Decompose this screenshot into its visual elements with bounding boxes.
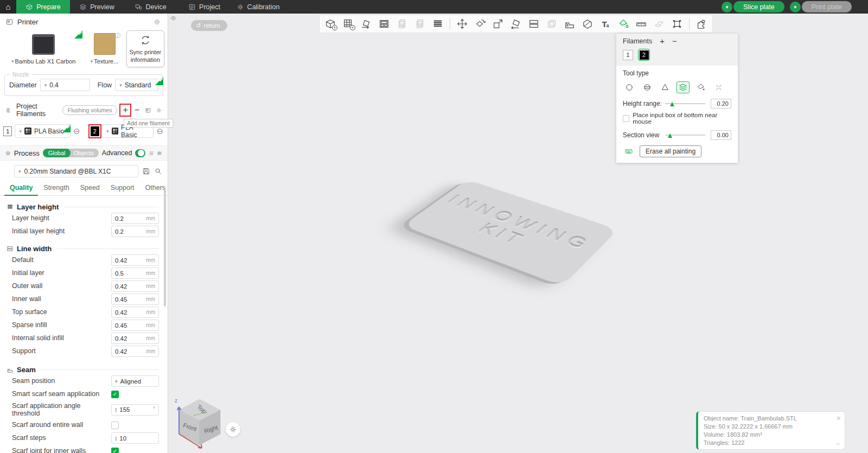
outer-wall-line-width-input[interactable]: 0.42mm [111,280,159,292]
section-view-value[interactable]: 0.00 [711,130,731,140]
initial-layer-height-input[interactable]: 0.2mm [111,226,159,237]
gap-fill-tool-button[interactable] [712,81,725,93]
initial-layer-line-width-input[interactable]: 0.5mm [111,267,159,279]
top-surface-line-width-input[interactable]: 0.42mm [111,307,159,318]
internal-solid-infill-line-width-input[interactable]: 0.42mm [111,333,159,344]
add-filament-button[interactable]: + [122,106,129,114]
scarf-around-wall-checkbox[interactable] [111,422,119,429]
compare-presets-icon[interactable] [157,149,162,157]
spinner-arrows-icon[interactable]: ▴▾ [115,436,117,441]
default-line-width-input[interactable]: 0.42mm [111,254,159,266]
filament-1-select[interactable]: ▾ PLA Basic [15,124,71,138]
section-view-slider[interactable] [665,135,705,136]
slider-thumb[interactable] [668,133,672,138]
color-painting-button[interactable] [615,16,632,32]
objects-segment[interactable]: Objects [66,149,98,157]
build-plate-card[interactable]: ⓘ ▾Texture... [86,30,123,67]
rotate-button[interactable] [471,16,489,32]
tab-prepare[interactable]: Prepare [16,0,70,14]
tab-strength[interactable]: Strength [38,182,74,195]
plugin-button[interactable] [693,16,710,32]
nozzle-diameter-select[interactable]: ▾0.4 [40,79,90,91]
spinner-arrows-icon[interactable]: ▴▾ [115,407,117,412]
height-range-value[interactable]: 0.20 [711,99,731,109]
visibility-eye-icon[interactable] [170,15,177,22]
print-plate-button[interactable]: Print plate [802,1,852,12]
filament-1-swatch[interactable]: 1 [623,50,633,60]
keyboard-shortcuts-icon[interactable] [623,147,635,156]
filament-settings-gear-icon[interactable] [156,106,162,114]
global-objects-switch[interactable]: Global Objects [43,149,99,157]
scarf-angle-threshold-input[interactable]: ▴▾155° [111,404,159,416]
filament-1-edit-button[interactable]: ⊖ [73,127,80,135]
object-list-button[interactable] [429,16,446,32]
tab-support[interactable]: Support [105,182,140,195]
search-icon[interactable] [154,167,162,175]
inner-wall-line-width-input[interactable]: 0.45mm [111,294,159,305]
slider-thumb[interactable] [670,102,674,106]
panel-remove-filament-button[interactable]: − [672,37,677,45]
erase-all-painting-button[interactable]: Erase all painting [640,145,701,157]
slice-options-dropdown[interactable]: ▾ [722,2,732,12]
close-icon[interactable]: × [837,413,841,424]
sparse-infill-line-width-input[interactable]: 0.45mm [111,320,159,331]
model-plate[interactable]: INNOWING KIT [403,180,618,286]
navigation-cube[interactable]: Top Front Right z [171,394,228,452]
measure-button[interactable] [633,16,650,32]
split-to-objects-button[interactable] [525,16,542,32]
home-button[interactable]: ⌂ [0,0,16,14]
move-button[interactable] [454,16,471,32]
sync-filament-list-icon[interactable] [145,106,151,114]
printer-settings-gear-icon[interactable] [153,18,161,26]
print-options-dropdown[interactable]: ▾ [790,2,801,12]
collapse-icon[interactable]: − [836,439,840,448]
place-input-box-checkbox[interactable] [623,115,629,122]
slice-plate-button[interactable]: Slice plate [733,1,784,12]
remove-filament-button[interactable]: − [133,106,141,114]
add-plate-button[interactable]: + [340,16,357,32]
text-button[interactable]: Ta [597,16,614,32]
selection-frame-button[interactable] [668,16,686,32]
viewport-settings-button[interactable] [226,422,240,437]
tab-calibration[interactable]: Calibration [231,0,285,14]
sync-printer-card[interactable]: Sync printer information [126,30,164,67]
flow-select[interactable]: ▾Standard [115,79,158,91]
fill-tool-button[interactable] [694,81,707,93]
seam-position-select[interactable]: ▾Aligned [111,375,159,387]
filament-2-swatch-selected[interactable]: 2 [638,49,650,61]
triangle-tool-button[interactable] [659,81,672,93]
filament-2-number[interactable]: 2 [91,126,99,136]
height-range-tool-button[interactable] [676,81,690,93]
advanced-toggle[interactable] [135,149,145,157]
tab-project[interactable]: Project [177,0,231,14]
scarf-joint-inner-walls-checkbox[interactable]: ✓ [111,448,119,453]
arrange-button[interactable] [375,16,393,32]
tab-speed[interactable]: Speed [75,182,105,195]
sphere-tool-button[interactable] [641,81,654,93]
printer-card[interactable]: ▾Bambu Lab X1 Carbon [4,30,82,67]
height-range-slider[interactable] [665,103,705,104]
filament-1-number[interactable]: 1 [3,126,12,136]
sidebar-scrollbar[interactable] [164,190,166,307]
auto-orient-button[interactable] [358,16,375,32]
save-preset-icon[interactable] [142,167,150,175]
tab-preview[interactable]: Preview [70,0,124,14]
support-line-width-input[interactable]: 0.42mm [111,346,159,357]
tab-quality[interactable]: Quality [4,182,38,196]
circle-tool-button[interactable] [623,81,636,93]
filament-2-edit-button[interactable]: ⊖ [156,127,163,135]
scarf-steps-input[interactable]: ▴▾10 [111,432,159,444]
panel-add-filament-button[interactable]: + [660,37,665,45]
cut-button[interactable] [579,16,596,32]
flushing-volumes-button[interactable]: Flushing volumes [62,105,118,115]
global-segment[interactable]: Global [43,149,71,157]
tab-device[interactable]: Device [124,0,177,14]
scale-button[interactable] [489,16,507,32]
place-on-face-button[interactable] [507,16,525,32]
process-preset-select[interactable]: ▾ 0.20mm Standard @BBL X1C [14,165,138,177]
return-button[interactable]: ↺ return [191,20,227,31]
add-object-button[interactable]: + [322,16,339,32]
variable-layer-height-button[interactable] [561,16,578,32]
tab-others[interactable]: Others [140,182,171,195]
smart-scarf-checkbox[interactable]: ✓ [111,391,119,398]
